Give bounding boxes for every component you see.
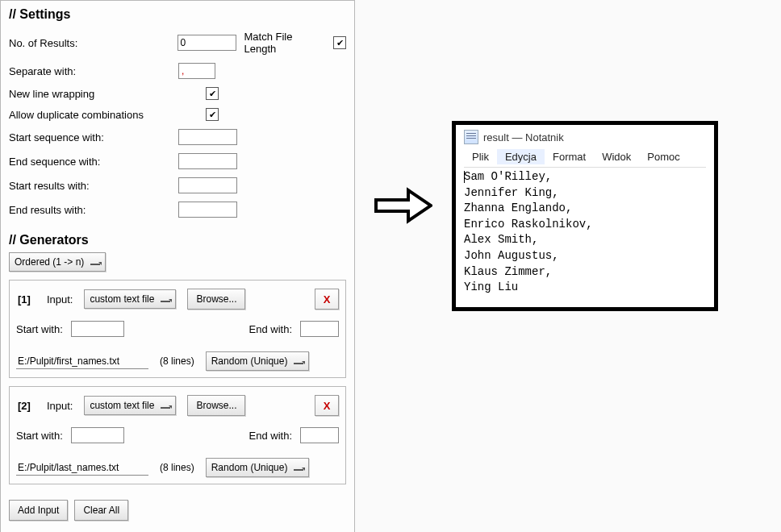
- settings-heading: // Settings: [9, 7, 346, 22]
- generator-end-with-input[interactable]: [300, 427, 339, 443]
- generator-start-with-input[interactable]: [71, 321, 124, 337]
- notepad-text-area[interactable]: Sam O'Rilley,Jennifer King,Zhanna Englan…: [464, 168, 706, 296]
- notepad-menu-item[interactable]: Plik: [464, 149, 497, 164]
- delete-generator-button[interactable]: X: [315, 289, 339, 310]
- generator-mode-dropdown[interactable]: Random (Unique): [206, 458, 310, 477]
- generator-start-with-input[interactable]: [71, 427, 124, 443]
- generator-start-with-label: Start with:: [16, 323, 63, 335]
- notepad-line: Jennifer King,: [464, 185, 706, 202]
- generator-mode-dropdown[interactable]: Random (Unique): [206, 351, 310, 371]
- generator-type-dropdown[interactable]: custom text file: [84, 289, 176, 309]
- generator-input-label: Input:: [47, 293, 73, 305]
- generators-heading: // Generators: [9, 233, 346, 247]
- end-sequence-label: End sequence with:: [9, 156, 178, 168]
- start-sequence-label: Start sequence with:: [9, 131, 178, 143]
- generator-index: [2]: [18, 400, 31, 412]
- no-of-results-input[interactable]: [178, 35, 236, 51]
- generator-type-dropdown[interactable]: custom text file: [84, 396, 176, 415]
- generator-end-with-label: End with:: [249, 430, 292, 442]
- notepad-line: Klaus Zimmer,: [464, 264, 706, 281]
- generator-type-label: custom text file: [90, 400, 154, 411]
- notepad-app-icon: [464, 130, 478, 144]
- generator-mode-label: Random (Unique): [211, 355, 288, 367]
- allow-dup-checkbox[interactable]: ✔: [206, 108, 219, 121]
- notepad-menu-item[interactable]: Pomoc: [639, 149, 687, 164]
- notepad-line: Sam O'Rilley,: [464, 169, 706, 185]
- separate-with-input[interactable]: [178, 63, 215, 79]
- notepad-window: result — Notatnik PlikEdycjaFormatWidokP…: [452, 121, 718, 311]
- notepad-menu-item[interactable]: Widok: [594, 149, 639, 164]
- notepad-title-text: result — Notatnik: [483, 131, 564, 143]
- generator-item: [1]Input:custom text fileBrowse...XStart…: [9, 280, 346, 378]
- dropdown-caret-icon: [294, 464, 303, 471]
- end-results-label: End results with:: [9, 204, 178, 216]
- dropdown-caret-icon: [161, 402, 170, 409]
- generator-line-count: (8 lines): [160, 462, 194, 473]
- settings-generators-panel: // Settings No. of Results: Match File L…: [0, 0, 355, 532]
- notepad-line: Enrico Raskolnikov,: [464, 217, 706, 233]
- allow-dup-label: Allow duplicate combinations: [9, 109, 206, 121]
- generator-path-input[interactable]: [16, 460, 148, 476]
- generator-start-with-label: Start with:: [16, 430, 63, 442]
- generators-order-label: Ordered (1 -> n): [15, 256, 84, 268]
- notepad-line: John Augustus,: [464, 248, 706, 264]
- newline-wrapping-label: New line wrapping: [9, 88, 206, 100]
- arrow-icon: [355, 185, 452, 226]
- start-results-label: Start results with:: [9, 180, 178, 192]
- generator-line-count: (8 lines): [160, 355, 194, 367]
- notepad-line: Zhanna Englando,: [464, 201, 706, 217]
- generator-type-label: custom text file: [90, 293, 154, 305]
- notepad-menubar: PlikEdycjaFormatWidokPomoc: [464, 149, 706, 168]
- notepad-menu-item[interactable]: Format: [545, 149, 594, 164]
- dropdown-caret-icon: [90, 259, 100, 265]
- start-results-input[interactable]: [178, 177, 237, 193]
- notepad-menu-item[interactable]: Edycja: [497, 149, 545, 164]
- browse-button[interactable]: Browse...: [187, 395, 245, 416]
- separate-with-label: Separate with:: [9, 65, 178, 77]
- generator-mode-label: Random (Unique): [211, 462, 288, 473]
- notepad-line: Alex Smith,: [464, 232, 706, 248]
- generator-end-with-input[interactable]: [300, 321, 339, 337]
- delete-generator-button[interactable]: X: [315, 395, 339, 416]
- generator-path-input[interactable]: [16, 354, 148, 369]
- end-sequence-input[interactable]: [178, 153, 237, 169]
- no-of-results-label: No. of Results:: [9, 37, 178, 49]
- end-results-input[interactable]: [178, 202, 237, 218]
- add-input-button[interactable]: Add Input: [9, 500, 68, 521]
- notepad-titlebar: result — Notatnik: [464, 130, 706, 144]
- generators-order-dropdown[interactable]: Ordered (1 -> n): [9, 252, 106, 272]
- notepad-line: Ying Liu: [464, 280, 706, 296]
- generator-index: [1]: [18, 293, 31, 305]
- generator-item: [2]Input:custom text fileBrowse...XStart…: [9, 386, 346, 484]
- dropdown-caret-icon: [294, 358, 303, 364]
- start-sequence-input[interactable]: [178, 129, 237, 145]
- clear-all-button[interactable]: Clear All: [74, 500, 128, 521]
- newline-wrapping-checkbox[interactable]: ✔: [206, 87, 219, 100]
- match-file-length-checkbox[interactable]: ✔: [333, 36, 346, 49]
- dropdown-caret-icon: [161, 296, 170, 302]
- match-file-length-label: Match File Length: [244, 31, 328, 55]
- browse-button[interactable]: Browse...: [187, 289, 245, 310]
- generator-input-label: Input:: [47, 400, 73, 412]
- generator-end-with-label: End with:: [249, 323, 292, 335]
